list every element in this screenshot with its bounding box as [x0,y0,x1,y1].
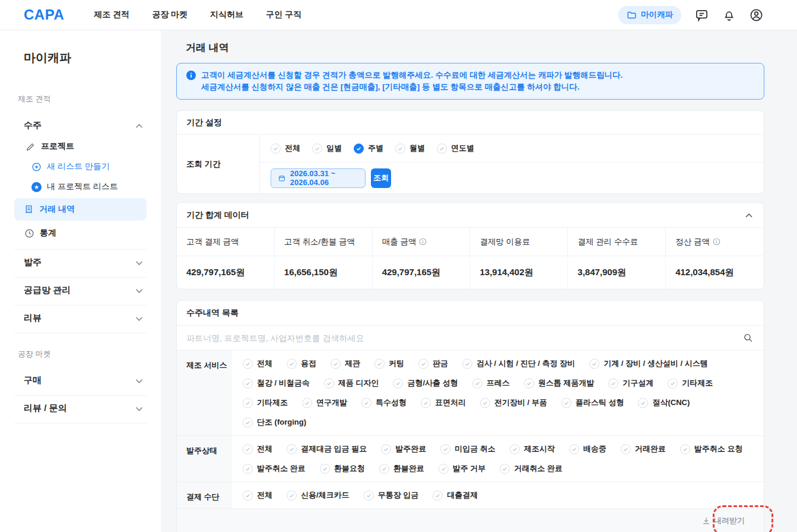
service-filter-option[interactable]: 커팅 [374,358,404,369]
chat-icon[interactable] [695,8,709,22]
chevron-down-icon [135,375,143,386]
status-filter-option[interactable]: 전체 [243,444,272,454]
payment-filter-option[interactable]: 신용/체크카드 [287,490,350,501]
nav-item[interactable]: 구인 구직 [266,9,301,20]
bell-icon[interactable] [722,8,736,22]
payment-filter-option[interactable]: 무통장 입금 [364,490,419,501]
service-filter-option[interactable]: 전체 [243,358,272,369]
check-circle-icon [608,378,618,388]
service-filter-option[interactable]: 표면처리 [421,397,466,408]
period-option[interactable]: 전체 [271,143,300,154]
sidebar-item-review[interactable]: 리뷰 [0,309,161,327]
capa-logo[interactable]: CAPA [24,7,64,23]
status-filter-option[interactable]: 발주취소 완료 [243,463,306,474]
check-circle-icon [354,144,364,154]
divider [14,305,147,305]
service-filter-option[interactable]: 원스톱 제품개발 [524,378,595,388]
status-filter-option[interactable]: 거래완료 [621,444,666,454]
order-search-input[interactable] [186,333,743,343]
profile-icon[interactable] [750,8,763,22]
query-period-label: 조회 기간 [177,135,260,193]
service-filter-option[interactable]: 전기장비 / 부품 [480,397,547,408]
summary-value: 16,656,150원 [275,256,373,289]
service-filter-option[interactable]: 기계 / 장비 / 생산설비 / 시스템 [589,358,708,369]
status-filter-option[interactable]: 발주완료 [381,444,426,454]
check-circle-icon [524,378,534,388]
divider [14,423,147,423]
status-filter-option[interactable]: 환불요청 [320,463,365,474]
check-circle-icon [381,444,391,454]
service-filter-option[interactable]: 기타제조 [668,378,713,388]
service-filter-option[interactable]: 플라스틱 성형 [561,397,624,408]
mycapa-button[interactable]: 마이캐파 [618,6,681,24]
status-filter-option[interactable]: 제조시작 [510,444,555,454]
check-circle-icon [569,444,579,454]
status-filter-option[interactable]: 배송중 [569,444,607,454]
header-actions: 마이캐파 [618,6,763,24]
status-filter-option[interactable]: 발주 거부 [439,463,486,474]
nav-item[interactable]: 공장 마켓 [152,9,188,20]
service-filter-option[interactable]: 제관 [331,358,360,369]
service-filter-option[interactable]: 철강 / 비철금속 [243,378,310,388]
sidebar-item-project[interactable]: 프로젝트 [0,136,161,157]
sidebar-item-review-inquiry[interactable]: 리뷰 / 문의 [0,399,161,417]
sidebar-item-supply-chain[interactable]: 공급망 관리 [0,281,161,299]
service-filter-option[interactable]: 기구설계 [608,378,653,388]
date-range-picker[interactable]: 2026.03.31 ~ 2026.04.06 [271,168,366,188]
check-circle-icon [287,490,297,501]
period-option[interactable]: 주별 [354,143,383,154]
period-option[interactable]: 일별 [312,143,342,154]
collapse-chevron-up-icon[interactable] [745,211,753,220]
download-button[interactable]: 내려받기 [702,515,745,526]
sidebar-section-factory-market: 공장 마켓 [18,349,161,359]
check-circle-icon [393,378,403,388]
sidebar-item-new-list[interactable]: 새 리스트 만들기 [0,157,161,177]
search-period-button[interactable]: 조회 [371,168,391,188]
service-filter-option[interactable]: 금형/사출 성형 [393,378,458,388]
period-option[interactable]: 연도별 [437,143,474,154]
payment-filter-option[interactable]: 대출결제 [433,490,478,501]
sidebar-item-purchase-orders[interactable]: 발주 [0,253,161,271]
service-filter-option[interactable]: 단조 (forging) [243,417,306,428]
service-filter-option[interactable]: 검사 / 시험 / 진단 / 측정 장비 [462,358,575,369]
chevron-down-icon [135,313,143,323]
check-circle-icon [439,464,449,474]
nav-item[interactable]: 지식허브 [210,9,243,20]
main-content: 거래 내역 고객이 세금계산서를 신청할 경우 견적가 총액으로 발행해주세요.… [176,30,764,532]
period-option[interactable]: 월별 [395,143,425,154]
service-filter-option[interactable]: 특수성형 [361,397,407,408]
sidebar-item-transactions[interactable]: 거래 내역 [14,198,147,221]
divider [14,395,147,396]
service-filter-option[interactable]: 제품 디자인 [324,378,379,388]
check-circle-icon [395,144,405,154]
divider [14,249,147,250]
nav-item[interactable]: 제조 견적 [94,9,129,20]
sidebar-item-buy[interactable]: 구매 [0,371,161,389]
sidebar-item-my-project-list[interactable]: ★ 내 프로젝트 리스트 [0,177,161,197]
summary-value: 412,034,854원 [666,256,764,289]
payment-filter-option[interactable]: 전체 [243,490,272,501]
download-bar: 내려받기 [177,509,764,532]
check-circle-icon [589,359,599,369]
service-filter-option[interactable]: 기타제조 [243,397,288,408]
service-filter-option[interactable]: 판금 [418,358,448,369]
status-filter-option[interactable]: 발주취소 요청 [680,444,743,454]
status-filter-option[interactable]: 환불완료 [379,463,424,474]
service-filter-option[interactable]: 용접 [287,358,316,369]
check-circle-icon [638,398,648,408]
summary-column-header: 결제 관리 수수료 [568,228,666,256]
service-filter-option[interactable]: 절삭(CNC) [638,397,690,408]
search-icon[interactable] [743,333,753,343]
check-circle-icon [364,490,374,501]
service-filter-option[interactable]: 프레스 [472,378,510,388]
sidebar-item-stats[interactable]: 통계 [0,223,161,243]
status-filter-option[interactable]: 거래취소 완료 [500,463,563,474]
status-filter-option[interactable]: 결제대금 입금 필요 [287,444,367,454]
status-filter-option[interactable]: 미입금 취소 [440,444,496,454]
calendar-icon [278,174,285,183]
sidebar-item-orders[interactable]: 수주 [0,116,161,134]
check-circle-icon [668,378,678,388]
summary-value: 429,797,165원 [373,256,471,289]
service-filter-option[interactable]: 연구개발 [302,397,347,408]
period-summary-card: 기간 합계 데이터 고객 결제 금액 고객 취소/환불 금액 [176,202,764,289]
